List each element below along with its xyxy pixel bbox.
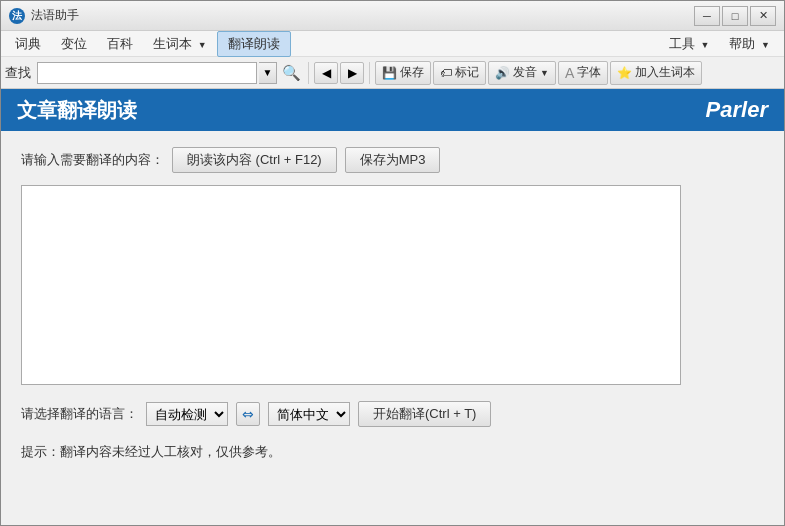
star-icon: ⭐ <box>617 66 632 80</box>
translate-button[interactable]: 开始翻译(Ctrl + T) <box>358 401 491 427</box>
page-subtitle: Parler <box>706 97 768 123</box>
search-input[interactable] <box>37 62 257 84</box>
menu-baike[interactable]: 百科 <box>97 32 143 56</box>
app-icon: 法 <box>9 8 25 24</box>
main-content: 请输入需要翻译的内容： 朗读该内容 (Ctrl + F12) 保存为MP3 请选… <box>1 131 784 477</box>
input-row: 请输入需要翻译的内容： 朗读该内容 (Ctrl + F12) 保存为MP3 <box>21 147 764 173</box>
bangzhu-arrow-icon: ▼ <box>761 40 770 50</box>
menu-shengciben[interactable]: 生词本 ▼ <box>143 32 217 56</box>
toolbar: 查找 ▼ 🔍 ◀ ▶ 💾 保存 🏷 标记 🔊 发音 ▼ A 字体 ⭐ 加入生词本 <box>1 57 784 89</box>
maximize-button[interactable]: □ <box>722 6 748 26</box>
gongju-arrow-icon: ▼ <box>701 40 710 50</box>
nav-back-button[interactable]: ◀ <box>314 62 338 84</box>
font-button[interactable]: A 字体 <box>558 61 608 85</box>
source-lang-select[interactable]: 自动检测法语英语德语日语 <box>146 402 228 426</box>
mark-icon: 🏷 <box>440 66 452 80</box>
close-button[interactable]: ✕ <box>750 6 776 26</box>
page-title: 文章翻译朗读 <box>17 97 706 124</box>
text-area-wrapper <box>21 185 681 385</box>
toolbar-separator-2 <box>369 62 370 84</box>
window-controls: ─ □ ✕ <box>694 6 776 26</box>
save-mp3-button[interactable]: 保存为MP3 <box>345 147 441 173</box>
mark-button[interactable]: 🏷 标记 <box>433 61 486 85</box>
hint-row: 提示：翻译内容未经过人工核对，仅供参考。 <box>21 443 764 461</box>
save-button[interactable]: 💾 保存 <box>375 61 431 85</box>
title-bar: 法 法语助手 ─ □ ✕ <box>1 1 784 31</box>
target-lang-select[interactable]: 简体中文繁體中文法语英语 <box>268 402 350 426</box>
voice-icon: 🔊 <box>495 66 510 80</box>
shengciben-arrow-icon: ▼ <box>198 40 207 50</box>
voice-arrow-icon: ▼ <box>540 68 549 78</box>
search-dropdown-button[interactable]: ▼ <box>259 62 277 84</box>
lang-row: 请选择翻译的语言： 自动检测法语英语德语日语 ⇔ 简体中文繁體中文法语英语 开始… <box>21 401 764 427</box>
addword-button[interactable]: ⭐ 加入生词本 <box>610 61 702 85</box>
menu-right: 工具 ▼ 帮助 ▼ <box>659 32 780 56</box>
text-input[interactable] <box>22 186 680 384</box>
voice-button[interactable]: 🔊 发音 ▼ <box>488 61 556 85</box>
nav-forward-button[interactable]: ▶ <box>340 62 364 84</box>
menu-bangzhu[interactable]: 帮助 ▼ <box>719 32 780 56</box>
page-header: 文章翻译朗读 Parler <box>1 89 784 131</box>
minimize-button[interactable]: ─ <box>694 6 720 26</box>
search-icon[interactable]: 🔍 <box>279 62 303 84</box>
title-text: 法语助手 <box>31 7 694 24</box>
font-icon: A <box>565 65 574 81</box>
input-label: 请输入需要翻译的内容： <box>21 151 164 169</box>
save-icon: 💾 <box>382 66 397 80</box>
hint-text: 提示：翻译内容未经过人工核对，仅供参考。 <box>21 444 281 459</box>
menu-gongju[interactable]: 工具 ▼ <box>659 32 720 56</box>
search-label: 查找 <box>5 64 31 82</box>
lang-label: 请选择翻译的语言： <box>21 405 138 423</box>
read-aloud-button[interactable]: 朗读该内容 (Ctrl + F12) <box>172 147 337 173</box>
menu-bar: 词典 变位 百科 生词本 ▼ 翻译朗读 工具 ▼ 帮助 ▼ <box>1 31 784 57</box>
menu-cidian[interactable]: 词典 <box>5 32 51 56</box>
toolbar-separator-1 <box>308 62 309 84</box>
swap-lang-button[interactable]: ⇔ <box>236 402 260 426</box>
menu-fanyilangtou[interactable]: 翻译朗读 <box>217 31 291 57</box>
menu-bianwei[interactable]: 变位 <box>51 32 97 56</box>
